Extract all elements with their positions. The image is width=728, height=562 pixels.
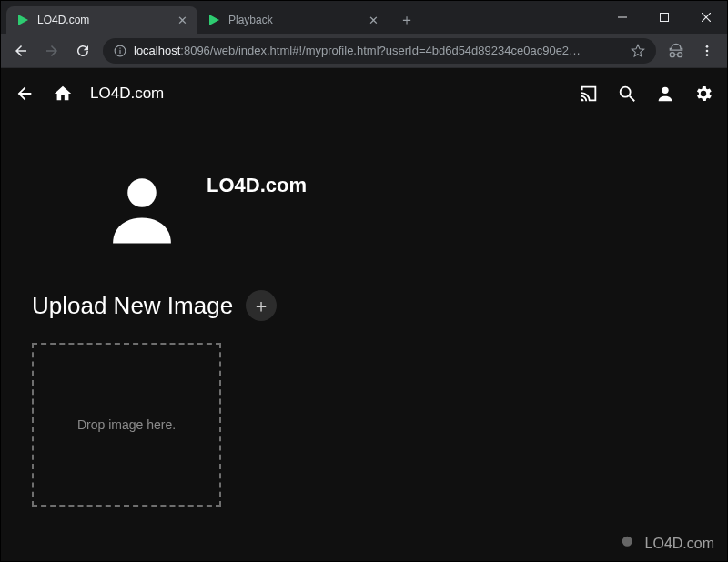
back-button[interactable] (10, 40, 32, 62)
cast-icon[interactable] (578, 83, 600, 105)
reload-button[interactable] (72, 40, 94, 62)
search-icon[interactable] (616, 83, 638, 105)
watermark: LO4D.com (620, 534, 714, 554)
browser-toolbar: localhost:8096/web/index.html#!/myprofil… (1, 34, 727, 68)
svg-marker-1 (209, 15, 219, 25)
upload-header: Upload New Image ＋ (1, 290, 727, 321)
incognito-icon[interactable] (665, 40, 687, 62)
minimize-button[interactable] (602, 1, 643, 34)
app-content: LO4D.com LO4D.com Upload New Image ＋ Dro… (1, 68, 727, 562)
svg-rect-3 (661, 14, 669, 22)
tab-label: Playback (228, 14, 359, 26)
svg-point-14 (662, 87, 668, 94)
profile-section: LO4D.com (1, 119, 727, 290)
tab-label: LO4D.com (37, 14, 168, 26)
home-button[interactable] (52, 83, 74, 105)
address-bar[interactable]: localhost:8096/web/index.html#!/myprofil… (103, 38, 656, 64)
window-controls (602, 1, 727, 34)
add-image-button[interactable]: ＋ (246, 290, 277, 321)
url-text: localhost:8096/web/index.html#!/myprofil… (134, 44, 623, 57)
browser-tab-active[interactable]: LO4D.com ✕ (6, 6, 197, 34)
url-path: /web/index.html#!/myprofile.html?userId=… (210, 44, 581, 57)
play-icon (15, 13, 30, 27)
app-header: LO4D.com (1, 68, 727, 119)
profile-name: LO4D.com (207, 174, 307, 197)
close-window-button[interactable] (685, 1, 727, 34)
svg-point-10 (706, 49, 709, 52)
url-host: localhost (134, 44, 180, 57)
bookmark-star-icon[interactable] (631, 44, 645, 58)
window-titlebar: LO4D.com ✕ Playback ✕ ＋ (1, 1, 727, 34)
new-tab-button[interactable]: ＋ (394, 7, 420, 33)
svg-point-9 (706, 45, 709, 48)
svg-point-11 (706, 54, 709, 56)
app-back-button[interactable] (14, 83, 35, 105)
user-icon[interactable] (654, 83, 676, 105)
tab-strip: LO4D.com ✕ Playback ✕ ＋ (1, 1, 602, 34)
close-icon[interactable]: ✕ (367, 14, 379, 26)
upload-title: Upload New Image (32, 292, 233, 320)
svg-marker-0 (18, 15, 28, 25)
dropzone-label: Drop image here. (77, 417, 176, 432)
watermark-text: LO4D.com (645, 536, 714, 552)
gear-icon[interactable] (693, 83, 714, 105)
page-title: LO4D.com (90, 85, 164, 103)
close-icon[interactable]: ✕ (176, 14, 188, 26)
url-port: :8096 (180, 44, 210, 57)
site-info-icon[interactable] (114, 45, 126, 57)
svg-point-12 (621, 87, 631, 97)
svg-line-13 (630, 96, 635, 102)
svg-rect-8 (119, 47, 120, 48)
browser-tab[interactable]: Playback ✕ (197, 6, 389, 34)
image-dropzone[interactable]: Drop image here. (32, 343, 221, 507)
forward-button[interactable] (41, 40, 63, 62)
svg-point-15 (127, 178, 157, 207)
menu-button[interactable] (696, 40, 718, 62)
play-icon (207, 13, 221, 27)
maximize-button[interactable] (643, 1, 685, 34)
svg-rect-7 (119, 49, 120, 53)
avatar (101, 168, 183, 250)
